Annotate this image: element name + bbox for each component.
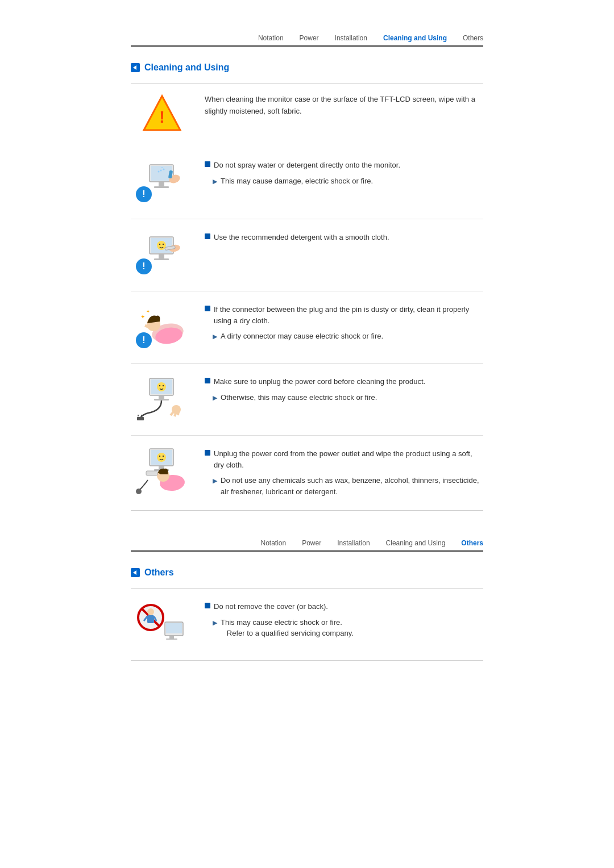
svg-rect-71 (169, 636, 174, 639)
item-sub-text-1: This may cause damage, electric shock or… (221, 176, 373, 187)
nav-others[interactable]: Others (463, 34, 483, 42)
section1-content: ! When cleaning the monitor case or the … (131, 83, 483, 511)
arrow-3: ▶ (213, 332, 217, 341)
svg-line-47 (175, 412, 176, 416)
section1-title-text: Cleaning and Using (144, 62, 229, 73)
svg-point-51 (157, 453, 166, 462)
svg-point-21 (159, 243, 160, 244)
svg-rect-59 (146, 471, 157, 475)
item-main-text-4: Make sure to unplug the power cord befor… (214, 376, 425, 387)
section2-content: Do not remove the cover (or back). ▶ Thi… (131, 588, 483, 661)
nav-cleaning-2[interactable]: Cleaning and Using (386, 539, 446, 547)
svg-point-14 (161, 167, 163, 168)
item-image-4 (131, 374, 193, 425)
svg-text:!: ! (142, 261, 145, 271)
svg-point-53 (163, 456, 164, 457)
svg-point-52 (159, 456, 160, 457)
svg-text:✦: ✦ (146, 309, 150, 314)
svg-rect-41 (154, 399, 169, 400)
bullet-others-1 (205, 603, 210, 608)
svg-rect-9 (154, 186, 169, 188)
content-item-3: ! ✦ ✦ (131, 291, 483, 364)
content-item-4: Make sure to unplug the power cord befor… (131, 364, 483, 436)
item-sub-text-3: A dirty connector may cause electric sho… (221, 331, 383, 342)
svg-point-15 (158, 170, 160, 172)
nav-power-2[interactable]: Power (302, 539, 321, 547)
svg-point-39 (163, 385, 164, 386)
nav-notation[interactable]: Notation (258, 34, 284, 42)
content-item-5: Unplug the power cord from the power out… (131, 436, 483, 511)
section1-title: Cleaning and Using (131, 62, 483, 73)
item-image-5 (131, 446, 193, 497)
warning-item: ! When cleaning the monitor case or the … (131, 84, 483, 147)
svg-point-20 (157, 241, 166, 250)
svg-line-46 (171, 411, 174, 415)
arrow-5: ▶ (213, 476, 217, 486)
item-text-3: If the connector between the plug and th… (205, 302, 483, 345)
nav-power[interactable]: Power (300, 34, 319, 42)
item-text-2: Use the recommended detergent with a smo… (205, 229, 483, 248)
nav-bar-top: Notation Power Installation Cleaning and… (131, 34, 483, 47)
section2-icon (131, 568, 140, 577)
item-text-1: Do not spray water or detergent directly… (205, 157, 483, 189)
item-image-2: ! (131, 229, 193, 281)
svg-text:✦: ✦ (140, 314, 145, 320)
svg-text:!: ! (159, 107, 165, 126)
bullet-4 (205, 378, 210, 383)
nav-notation-2[interactable]: Notation (260, 539, 286, 547)
svg-rect-7 (151, 166, 172, 181)
arrow-others-1: ▶ (213, 618, 217, 628)
item-sub-text-4: Otherwise, this may cause electric shock… (221, 392, 377, 403)
nav-cleaning[interactable]: Cleaning and Using (383, 34, 447, 42)
nav-others-2[interactable]: Others (461, 539, 483, 547)
item-image-1: ! (131, 157, 193, 208)
section1-icon (131, 63, 140, 72)
svg-point-22 (163, 243, 164, 244)
svg-rect-42 (137, 417, 144, 420)
svg-point-13 (160, 169, 162, 171)
nav-installation-2[interactable]: Installation (337, 539, 370, 547)
svg-rect-72 (166, 639, 177, 640)
bullet-1 (205, 161, 210, 167)
nav-installation[interactable]: Installation (335, 34, 367, 42)
arrow-1: ▶ (213, 177, 217, 186)
svg-point-60 (136, 489, 142, 494)
svg-rect-8 (159, 182, 164, 186)
svg-rect-70 (166, 623, 182, 633)
svg-rect-66 (147, 615, 154, 623)
content-item-2: ! Us (131, 219, 483, 291)
svg-text:!: ! (142, 335, 145, 345)
arrow-4: ▶ (213, 393, 217, 403)
nav-bar-bottom: Notation Power Installation Cleaning and… (131, 539, 483, 552)
item-main-text-1: Do not spray water or detergent directly… (214, 160, 400, 171)
svg-rect-40 (159, 395, 164, 399)
svg-rect-23 (159, 254, 164, 258)
content-item-others-1: Do not remove the cover (or back). ▶ Thi… (131, 589, 483, 661)
item-text-5: Unplug the power cord from the power out… (205, 446, 483, 500)
svg-point-65 (147, 608, 154, 615)
bullet-3 (205, 306, 210, 311)
item-sub-text-5: Do not use any chemicals such as wax, be… (221, 475, 483, 497)
item-text-4: Make sure to unplug the power cord befor… (205, 374, 483, 406)
item-main-text-3: If the connector between the plug and th… (214, 304, 483, 326)
svg-point-37 (157, 382, 166, 391)
bullet-2 (205, 233, 210, 239)
item-text-others-1: Do not remove the cover (or back). ▶ Thi… (205, 599, 483, 642)
item-sub-text-others-1: This may cause electric shock or fire. R… (221, 617, 354, 639)
svg-text:!: ! (142, 189, 145, 199)
svg-point-12 (163, 168, 165, 170)
item-image-3: ! ✦ ✦ (131, 302, 193, 353)
svg-line-48 (178, 411, 179, 415)
section2-title-text: Others (144, 567, 174, 578)
svg-rect-24 (154, 258, 169, 260)
section2-title: Others (131, 567, 483, 578)
warning-text: When cleaning the monitor case or the su… (205, 91, 483, 118)
warning-image: ! (131, 91, 193, 137)
item-main-text-2: Use the recommended detergent with a smo… (214, 232, 389, 243)
item-main-text-others-1: Do not remove the cover (or back). (214, 601, 328, 612)
svg-point-38 (159, 385, 160, 386)
bullet-5 (205, 450, 210, 456)
item-image-others-1 (131, 599, 193, 650)
content-item-1: ! Do (131, 147, 483, 219)
item-main-text-5: Unplug the power cord from the power out… (214, 448, 483, 470)
